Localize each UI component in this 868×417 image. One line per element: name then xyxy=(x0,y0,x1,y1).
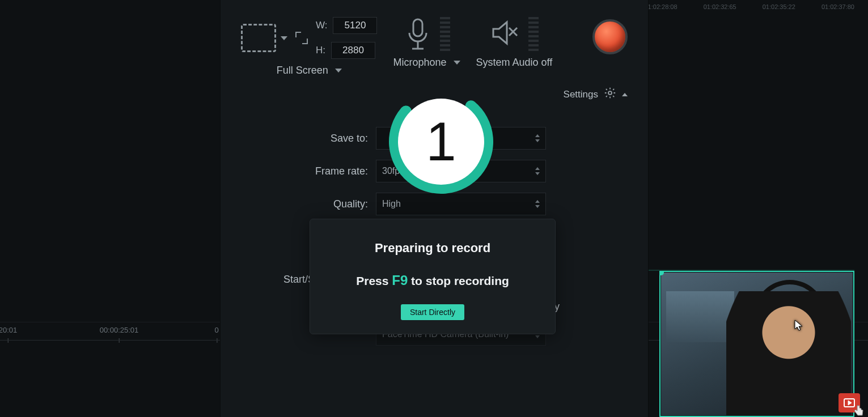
frame-rate-label: Frame rate: xyxy=(241,165,368,177)
chevron-down-icon[interactable] xyxy=(454,61,460,65)
mini-timecode: 01:02:35:22 xyxy=(763,3,795,10)
stop-hotkey: F9 xyxy=(392,273,408,288)
capture-height-input[interactable] xyxy=(331,42,375,59)
timeline-tick: 00:00:25:01 xyxy=(100,326,139,334)
source-system-audio: System Audio off xyxy=(476,17,553,69)
chevron-down-icon[interactable] xyxy=(335,69,342,73)
system-audio-label: System Audio off xyxy=(476,57,553,69)
chevron-down-icon[interactable] xyxy=(281,36,287,40)
svg-rect-0 xyxy=(413,19,422,36)
cursor-icon xyxy=(794,320,803,331)
quality-label: Quality: xyxy=(241,198,368,210)
screen-recorder-panel: W: H: Full Screen xyxy=(220,0,649,417)
prepare-record-card: Preparing to record Press F9 to stop rec… xyxy=(310,219,556,334)
person-silhouette xyxy=(726,291,851,417)
timeline-tick: 20:01 xyxy=(0,326,17,334)
mini-timecode-strip: 01:02:28:08 01:02:32:65 01:02:35:22 01:0… xyxy=(645,3,855,10)
countdown-indicator: 1 xyxy=(388,88,494,195)
settings-label: Settings xyxy=(564,89,598,100)
svg-marker-8 xyxy=(848,401,852,405)
microphone-icon[interactable] xyxy=(404,17,432,51)
quality-combo[interactable]: High xyxy=(376,193,546,215)
hand-pointer-icon xyxy=(852,405,865,417)
quality-value: High xyxy=(382,199,401,209)
record-button[interactable] xyxy=(592,19,628,54)
system-vu-meter xyxy=(528,17,539,51)
speaker-muted-icon[interactable] xyxy=(490,18,520,50)
record-block xyxy=(592,17,628,54)
save-to-label: Save to: xyxy=(241,133,368,144)
capture-region-icon[interactable] xyxy=(241,24,276,52)
prepare-instruction: Press F9 to stop recording xyxy=(321,273,544,288)
collapse-up-icon[interactable] xyxy=(622,93,628,96)
webcam-preview[interactable] xyxy=(659,271,854,417)
gear-icon[interactable] xyxy=(604,87,616,102)
countdown-number: 1 xyxy=(426,110,456,173)
prepare-title: Preparing to record xyxy=(321,241,544,256)
mic-vu-meter xyxy=(440,17,450,51)
width-label: W: xyxy=(316,20,327,31)
timeline-tick: 0 xyxy=(214,326,218,334)
capture-width-input[interactable] xyxy=(333,17,377,34)
mini-timecode: 01:02:37:80 xyxy=(822,3,854,10)
source-microphone: Microphone xyxy=(393,17,460,69)
height-label: H: xyxy=(316,45,325,56)
screen-mode-label: Full Screen xyxy=(277,65,328,76)
mini-timecode: 01:02:32:65 xyxy=(704,3,736,10)
microphone-label: Microphone xyxy=(393,57,446,69)
mini-timecode: 01:02:28:08 xyxy=(645,3,678,10)
source-screen: W: H: Full Screen xyxy=(241,17,377,76)
resize-handle-icon[interactable] xyxy=(659,271,664,275)
start-directly-button[interactable]: Start Directly xyxy=(401,304,464,320)
svg-point-5 xyxy=(608,91,612,95)
fit-screen-icon[interactable] xyxy=(295,32,308,44)
